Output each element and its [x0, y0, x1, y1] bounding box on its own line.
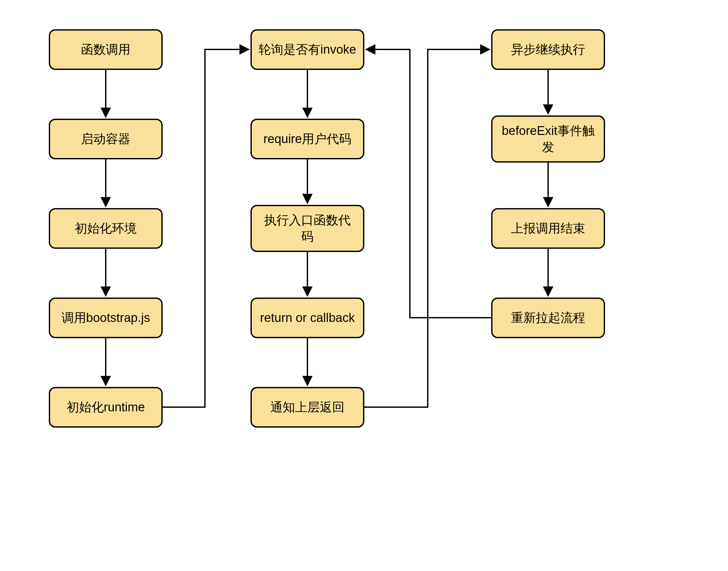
flow-arrows	[0, 0, 728, 571]
node-label: 初始化runtime	[67, 399, 145, 415]
node-call-bootstrap: 调用bootstrap.js	[49, 298, 163, 338]
node-label: 函数调用	[81, 42, 130, 58]
node-label: 上报调用结束	[511, 220, 585, 236]
node-init-runtime: 初始化runtime	[49, 387, 163, 428]
node-label: 轮询是否有invoke	[258, 42, 356, 58]
node-exec-entry: 执行入口函数代码	[250, 205, 364, 252]
node-notify-upper: 通知上层返回	[250, 387, 364, 428]
arrow-n10-n11	[364, 49, 488, 407]
node-require-user-code: require用户代码	[250, 119, 364, 159]
node-before-exit: beforeExit事件触发	[491, 115, 605, 162]
node-label: return or callback	[260, 310, 354, 326]
node-function-call: 函数调用	[49, 29, 163, 70]
arrow-n5-n6	[163, 49, 247, 407]
node-report-end: 上报调用结束	[491, 208, 605, 249]
node-return-callback: return or callback	[250, 298, 364, 338]
node-start-container: 启动容器	[49, 119, 163, 159]
arrow-n14-n6	[368, 49, 491, 318]
node-restart-flow: 重新拉起流程	[491, 298, 605, 338]
node-label: 初始化环境	[75, 220, 137, 236]
node-label: beforeExit事件触发	[499, 123, 597, 155]
node-label: 通知上层返回	[270, 399, 344, 415]
node-async-continue: 异步继续执行	[491, 29, 605, 70]
node-init-env: 初始化环境	[49, 208, 163, 249]
node-label: require用户代码	[264, 131, 351, 147]
node-label: 异步继续执行	[511, 42, 585, 58]
node-label: 调用bootstrap.js	[62, 310, 150, 326]
node-poll-invoke: 轮询是否有invoke	[250, 29, 364, 70]
flowchart-canvas: 函数调用 启动容器 初始化环境 调用bootstrap.js 初始化runtim…	[0, 0, 728, 571]
node-label: 重新拉起流程	[511, 310, 585, 326]
node-label: 执行入口函数代码	[258, 212, 356, 244]
node-label: 启动容器	[81, 131, 130, 147]
